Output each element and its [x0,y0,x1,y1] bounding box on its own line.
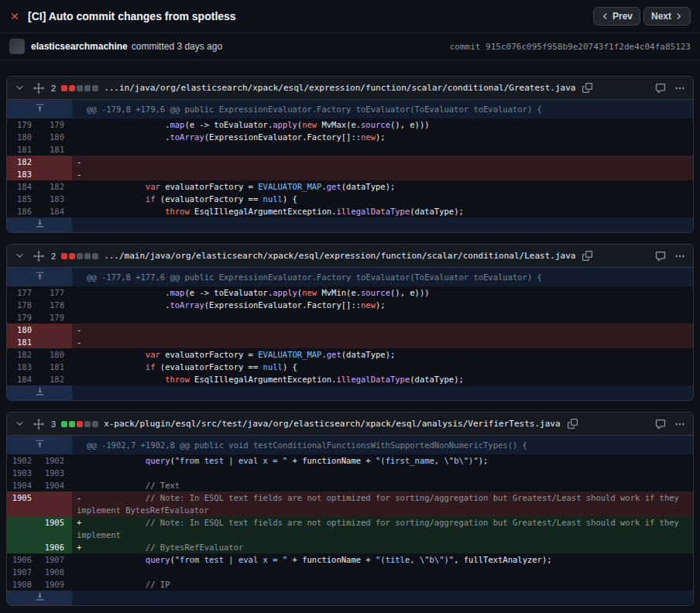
new-line-number[interactable]: 182 [39,180,72,193]
code-line: + // BytesRefEvaluator [72,541,693,553]
file-collapse-button[interactable] [13,81,26,94]
diff-line: 1905- // Note: In ESQL text fields are n… [7,491,693,516]
comment-button[interactable] [654,249,667,263]
diff-line: 182180 var evaluatorFactory = EVALUATOR_… [7,348,693,361]
diff-line: 1906+ // BytesRefEvaluator [7,541,693,553]
copy-path-button[interactable] [581,81,594,94]
expand-down-button[interactable] [7,385,72,400]
new-line-number[interactable]: 1904 [39,479,72,491]
old-line-number[interactable]: 1908 [7,578,39,591]
diff-line: 19071908 [7,566,693,578]
file-collapse-button[interactable] [13,417,26,430]
old-line-number[interactable]: 181 [7,143,39,156]
code-token: new [302,288,317,297]
new-line-number[interactable] [39,336,72,348]
file-collapse-button[interactable] [13,249,26,262]
code-line: query("from test | eval x = " + function… [72,553,693,566]
new-line-number[interactable] [39,156,72,168]
new-line-number[interactable]: 1907 [39,553,72,566]
new-line-number[interactable] [39,168,72,180]
new-line-number[interactable]: 179 [39,118,72,131]
old-line-number[interactable] [7,516,39,541]
new-line-number[interactable]: 177 [39,286,72,299]
old-line-number[interactable]: 180 [7,324,39,336]
new-line-number[interactable]: 179 [39,311,72,324]
old-line-number[interactable]: 183 [7,361,39,373]
old-line-number[interactable]: 1904 [7,479,39,491]
avatar[interactable] [9,39,25,54]
file-options-button[interactable] [673,249,687,263]
new-line-number[interactable]: 1906 [39,541,72,553]
old-line-number[interactable]: 1907 [7,566,39,578]
old-line-number[interactable]: 1902 [7,454,39,467]
old-line-number[interactable]: 184 [7,373,39,385]
code-token: // BytesRefEvaluator [146,543,243,552]
prev-button[interactable]: Prev [593,7,640,26]
expand-up-button[interactable] [7,436,72,454]
code-token: . [87,288,170,297]
expand-up-button[interactable] [7,100,72,118]
copy-path-button[interactable] [566,417,579,430]
code-token: evaluatorFactory = [160,350,258,359]
file-options-button[interactable] [673,81,687,95]
diff-line: 181- [7,336,693,348]
old-line-number[interactable]: 186 [7,205,39,217]
old-line-number[interactable]: 183 [7,168,39,180]
comment-button[interactable] [654,81,667,95]
code-token: ); [376,300,386,310]
new-line-number[interactable]: 180 [39,131,72,143]
expand-down-button[interactable] [7,591,72,605]
diff-line: 184182 throw EsqlIllegalArgumentExceptio… [7,373,693,385]
new-line-number[interactable]: 182 [39,373,72,385]
file-diff: 3 x-pack/plugin/esql/src/test/java/org/e… [6,412,694,606]
old-line-number[interactable]: 180 [7,131,39,143]
copy-icon [582,83,592,93]
file-header: 3 x-pack/plugin/esql/src/test/java/org/e… [7,413,693,436]
expand-up-button[interactable] [7,268,72,286]
new-line-number[interactable]: 1902 [39,454,72,467]
diff-line: 182- [7,156,693,168]
old-line-number[interactable]: 179 [7,118,39,131]
code-token: evaluatorFactory = [160,182,258,191]
old-line-number[interactable]: 179 [7,311,39,324]
new-line-number[interactable]: 183 [39,193,72,205]
old-line-number[interactable]: 1903 [7,467,39,479]
old-line-number[interactable]: 177 [7,286,39,299]
old-line-number[interactable]: 1906 [7,553,39,566]
new-line-number[interactable]: 180 [39,348,72,361]
new-line-number[interactable]: 1908 [39,566,72,578]
old-line-number[interactable]: 185 [7,193,39,205]
old-line-number[interactable]: 182 [7,348,39,361]
code-line: .toArray(ExpressionEvaluator.Factory[]::… [72,299,693,311]
file-options-button[interactable] [673,417,687,431]
next-button[interactable]: Next [643,7,691,26]
new-line-number[interactable]: 181 [39,361,72,373]
new-line-number[interactable]: 184 [39,205,72,217]
old-line-number[interactable]: 184 [7,180,39,193]
old-line-number[interactable]: 182 [7,156,39,168]
old-line-number[interactable]: 178 [7,299,39,311]
expand-down-button[interactable] [7,217,72,232]
new-line-number[interactable]: 1909 [39,578,72,591]
drag-handle-icon[interactable] [32,417,46,431]
new-line-number[interactable]: 1903 [39,467,72,479]
new-line-number[interactable] [39,491,72,516]
old-line-number[interactable] [7,541,39,553]
comment-button[interactable] [654,417,667,431]
new-line-number[interactable]: 1905 [39,516,72,541]
old-line-number[interactable]: 1905 [7,491,39,516]
diff-marker: - [77,324,87,336]
new-line-number[interactable] [39,324,72,336]
new-line-number[interactable]: 181 [39,143,72,156]
commit-author[interactable]: elasticsearchmachine [31,41,128,52]
code-token: (e -> toEvaluator. [184,120,273,129]
new-line-number[interactable]: 178 [39,299,72,311]
code-token: (), e))) [390,288,430,297]
old-line-number[interactable]: 181 [7,336,39,348]
copy-path-button[interactable] [581,249,594,262]
drag-handle-icon[interactable] [32,249,46,263]
expand-row [7,591,693,605]
code-token: // IP [146,580,170,589]
drag-handle-icon[interactable] [32,81,46,95]
chevron-down-icon [15,83,25,93]
